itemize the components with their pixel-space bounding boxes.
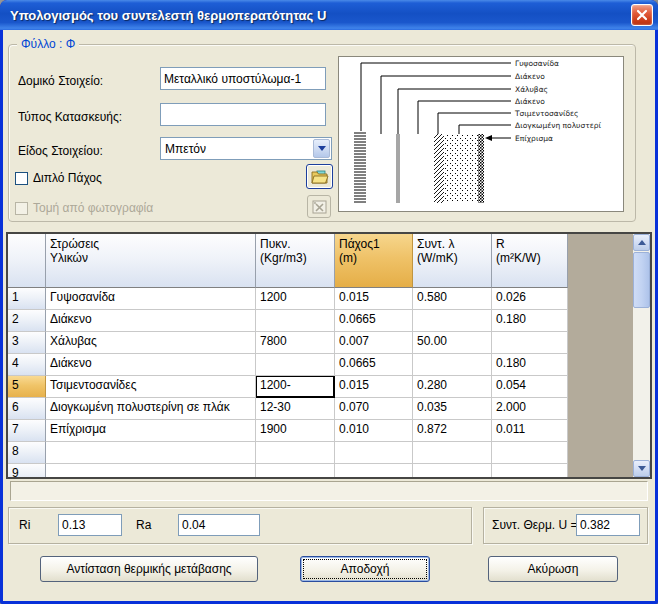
row-header[interactable]: 4 [8,354,46,376]
table-cell[interactable]: 0.035 [413,398,492,420]
table-cell[interactable]: 0.180 [492,354,568,376]
table-row: 9 [8,464,633,477]
checkbox-box[interactable] [15,172,28,185]
ra-input[interactable] [178,514,260,536]
table-cell[interactable]: 0.054 [492,376,568,398]
table-cell[interactable] [46,442,256,464]
double-thickness-checkbox[interactable]: Διπλό Πάχος [15,171,102,185]
table-cell[interactable]: 7800 [256,332,335,354]
scroll-up-button[interactable] [633,234,650,251]
column-header-resistance[interactable]: R(m²K/W) [492,234,568,288]
table-cell[interactable] [492,442,568,464]
table-cell[interactable] [413,310,492,332]
table-cell[interactable]: 0.872 [413,420,492,442]
table-cell[interactable]: Διάκενο [46,310,256,332]
row-header[interactable]: 2 [8,310,46,332]
table-cell[interactable]: 0.070 [335,398,413,420]
remove-image-icon [312,200,327,214]
diagram-label-gap1: Διάκενο [515,72,545,81]
row-header[interactable]: 8 [8,442,46,464]
table-cell[interactable] [413,442,492,464]
table-cell[interactable] [256,442,335,464]
ri-input[interactable] [58,514,122,536]
table-cell[interactable]: 0.026 [492,288,568,310]
column-header-line2: (m²K/W) [496,251,563,265]
cancel-button[interactable]: Ακύρωση [488,556,618,582]
row-header[interactable]: 9 [8,464,46,477]
table-cell[interactable]: Τσιμεντοσανίδες [46,376,256,398]
row-header[interactable]: 5 [8,376,46,398]
row-header[interactable]: 6 [8,398,46,420]
table-cell[interactable]: Διάκενο [46,354,256,376]
table-cell[interactable] [256,464,335,477]
element-kind-select[interactable]: Μπετόν [160,137,332,160]
table-cell[interactable]: 0.015 [335,288,413,310]
arrow-down-icon [638,466,646,471]
table-cell[interactable]: 0.011 [492,420,568,442]
table-cell[interactable]: 0.015 [335,376,413,398]
table-cell[interactable] [256,310,335,332]
diagram-label-cementboard: Τσιμεντοσανίδες [514,109,578,118]
table-cell[interactable]: 0.010 [335,420,413,442]
scrollbar-thumb[interactable] [633,252,650,308]
table-cell[interactable] [492,464,568,477]
table-cell[interactable]: 2.000 [492,398,568,420]
chevron-down-icon [318,146,326,151]
title-bar[interactable]: Υπολογισμός του συντελεστή θερμοπερατότη… [0,0,658,30]
table-cell[interactable] [46,464,256,477]
thermal-transmittance-dialog: Υπολογισμός του συντελεστή θερμοπερατότη… [0,0,658,604]
layer-diagram-drawing: Γυψοσανίδα Διάκενο Χάλυβας Διάκενο Τσιμε… [339,57,623,211]
table-cell[interactable]: 0.007 [335,332,413,354]
column-header-line2: Υλικών [50,251,251,265]
table-cell[interactable] [413,464,492,477]
table-cell[interactable]: 0.180 [492,310,568,332]
table-cell[interactable]: Διογκωμένη πολυστερίνη σε πλάκ [46,398,256,420]
table-cell[interactable]: 0.580 [413,288,492,310]
construction-type-input[interactable] [160,103,326,126]
row-header[interactable]: 7 [8,420,46,442]
table-row: 4Διάκενο0.06650.180 [8,354,633,376]
scroll-down-button[interactable] [633,460,650,477]
close-button[interactable] [631,4,653,26]
table-cell[interactable]: Γυψοσανίδα [46,288,256,310]
groupbox-legend: Φύλλο : Φ [17,37,79,51]
accept-button[interactable]: Αποδοχή [300,556,430,582]
column-header-density[interactable]: Πυκν.(Kgr/m3) [256,234,335,288]
table-cell[interactable]: 0.280 [413,376,492,398]
window-title: Υπολογισμός του συντελεστή θερμοπερατότη… [0,8,326,23]
thermal-resistance-button[interactable]: Αντίσταση θερμικής μετάβασης [40,556,258,582]
layers-grid-inner: ΣτρώσειςΥλικώνΠυκν.(Kgr/m3)Πάχος1(m)Συντ… [8,234,633,477]
structural-element-input[interactable] [160,67,326,90]
table-cell[interactable] [256,354,335,376]
row-header[interactable]: 3 [8,332,46,354]
combo-dropdown-button[interactable] [313,139,330,158]
u-value-input[interactable] [576,514,640,536]
grid-filler-area [568,234,633,477]
structural-element-label: Δομικό Στοιχείο: [18,74,103,88]
table-cell[interactable]: Χάλυβας [46,332,256,354]
checkbox-box [15,202,28,215]
element-kind-selected-value: Μπετόν [161,140,312,158]
open-folder-button[interactable] [306,164,333,189]
table-cell[interactable]: Επίχρισμα [46,420,256,442]
column-header-thickness[interactable]: Πάχος1(m) [335,234,413,288]
delete-image-button [307,195,331,218]
column-header-lambda[interactable]: Συντ. λ(W/mK) [413,234,492,288]
table-cell[interactable]: 1900 [256,420,335,442]
table-cell[interactable]: 1200- [256,376,335,398]
table-cell[interactable]: 0.0665 [335,354,413,376]
column-header-layers[interactable]: ΣτρώσειςΥλικών [46,234,256,288]
table-cell[interactable] [335,442,413,464]
row-header[interactable]: 1 [8,288,46,310]
table-cell[interactable]: 50.00 [413,332,492,354]
table-cell[interactable]: 0.0665 [335,310,413,332]
element-kind-label: Είδος Στοιχείου: [18,144,103,158]
table-cell[interactable]: 12-30 [256,398,335,420]
column-header-line1: Συντ. λ [417,237,487,251]
table-cell[interactable] [413,354,492,376]
diagram-label-gap2: Διάκενο [515,97,545,106]
table-cell[interactable] [335,464,413,477]
table-cell[interactable] [492,332,568,354]
vertical-scrollbar[interactable] [633,234,650,477]
table-cell[interactable]: 1200 [256,288,335,310]
